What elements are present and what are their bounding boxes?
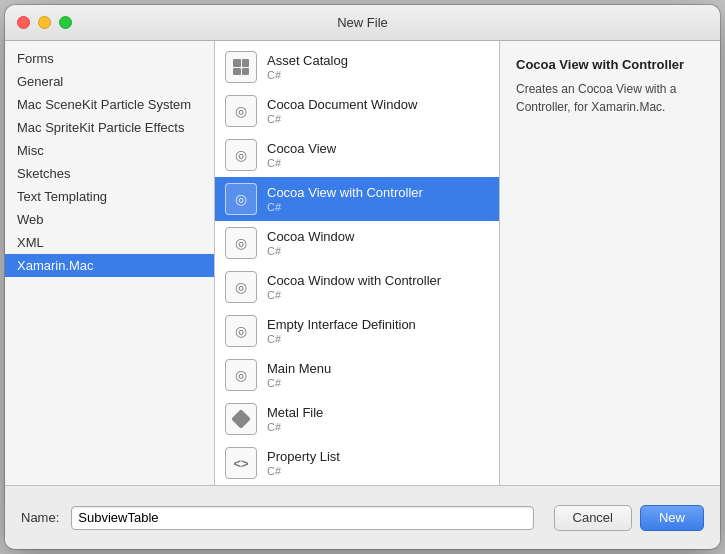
- file-item-icon-property-list: <>: [225, 447, 257, 479]
- sidebar-item-mac-scenekit[interactable]: Mac SceneKit Particle System: [5, 93, 214, 116]
- bottom-bar: Name: Cancel New: [5, 485, 720, 549]
- file-item-icon-asset-catalog: [225, 51, 257, 83]
- file-item-metal-file[interactable]: Metal FileC#: [215, 397, 499, 441]
- file-sub-cocoa-document-window: C#: [267, 113, 417, 125]
- description-text: Creates an Cocoa View with a Controller,…: [516, 80, 704, 116]
- sidebar-item-misc[interactable]: Misc: [5, 139, 214, 162]
- window-controls: [17, 16, 72, 29]
- sidebar-item-web[interactable]: Web: [5, 208, 214, 231]
- description-title: Cocoa View with Controller: [516, 57, 704, 72]
- file-item-cocoa-view-with-controller[interactable]: ◎Cocoa View with ControllerC#: [215, 177, 499, 221]
- sidebar-item-sketches[interactable]: Sketches: [5, 162, 214, 185]
- new-file-window: New File FormsGeneralMac SceneKit Partic…: [5, 5, 720, 549]
- file-name-main-menu: Main Menu: [267, 361, 331, 376]
- file-item-icon-cocoa-window: ◎: [225, 227, 257, 259]
- new-button[interactable]: New: [640, 505, 704, 531]
- sidebar-item-xml[interactable]: XML: [5, 231, 214, 254]
- file-sub-cocoa-view-with-controller: C#: [267, 201, 423, 213]
- file-name-asset-catalog: Asset Catalog: [267, 53, 348, 68]
- file-item-cocoa-document-window[interactable]: ◎Cocoa Document WindowC#: [215, 89, 499, 133]
- file-name-metal-file: Metal File: [267, 405, 323, 420]
- sidebar-item-xamarin-mac[interactable]: Xamarin.Mac: [5, 254, 214, 277]
- file-sub-cocoa-window-with-controller: C#: [267, 289, 441, 301]
- name-label: Name:: [21, 510, 59, 525]
- file-item-cocoa-window-with-controller[interactable]: ◎Cocoa Window with ControllerC#: [215, 265, 499, 309]
- name-input[interactable]: [71, 506, 533, 530]
- window-title: New File: [337, 15, 388, 30]
- sidebar-item-mac-spritekit[interactable]: Mac SpriteKit Particle Effects: [5, 116, 214, 139]
- file-sub-cocoa-view: C#: [267, 157, 336, 169]
- file-name-cocoa-window: Cocoa Window: [267, 229, 354, 244]
- file-sub-property-list: C#: [267, 465, 340, 477]
- file-sub-main-menu: C#: [267, 377, 331, 389]
- file-item-cocoa-window[interactable]: ◎Cocoa WindowC#: [215, 221, 499, 265]
- file-item-icon-empty-interface: ◎: [225, 315, 257, 347]
- file-item-icon-main-menu: ◎: [225, 359, 257, 391]
- close-button[interactable]: [17, 16, 30, 29]
- file-name-cocoa-window-with-controller: Cocoa Window with Controller: [267, 273, 441, 288]
- file-item-icon-cocoa-view: ◎: [225, 139, 257, 171]
- file-item-icon-cocoa-view-with-controller: ◎: [225, 183, 257, 215]
- sidebar-item-general[interactable]: General: [5, 70, 214, 93]
- file-item-icon-metal-file: [225, 403, 257, 435]
- cancel-button[interactable]: Cancel: [554, 505, 632, 531]
- file-sub-asset-catalog: C#: [267, 69, 348, 81]
- maximize-button[interactable]: [59, 16, 72, 29]
- file-item-asset-catalog[interactable]: Asset CatalogC#: [215, 45, 499, 89]
- button-group: Cancel New: [554, 505, 704, 531]
- content-area: FormsGeneralMac SceneKit Particle System…: [5, 41, 720, 485]
- sidebar-item-text-templating[interactable]: Text Templating: [5, 185, 214, 208]
- file-sub-cocoa-window: C#: [267, 245, 354, 257]
- file-item-empty-interface[interactable]: ◎Empty Interface DefinitionC#: [215, 309, 499, 353]
- file-list: Asset CatalogC#◎Cocoa Document WindowC#◎…: [215, 41, 500, 485]
- file-name-cocoa-view: Cocoa View: [267, 141, 336, 156]
- title-bar: New File: [5, 5, 720, 41]
- minimize-button[interactable]: [38, 16, 51, 29]
- file-name-empty-interface: Empty Interface Definition: [267, 317, 416, 332]
- file-name-cocoa-view-with-controller: Cocoa View with Controller: [267, 185, 423, 200]
- file-name-property-list: Property List: [267, 449, 340, 464]
- file-item-icon-cocoa-document-window: ◎: [225, 95, 257, 127]
- file-sub-empty-interface: C#: [267, 333, 416, 345]
- file-item-cocoa-view[interactable]: ◎Cocoa ViewC#: [215, 133, 499, 177]
- file-item-main-menu[interactable]: ◎Main MenuC#: [215, 353, 499, 397]
- file-name-cocoa-document-window: Cocoa Document Window: [267, 97, 417, 112]
- file-sub-metal-file: C#: [267, 421, 323, 433]
- sidebar: FormsGeneralMac SceneKit Particle System…: [5, 41, 215, 485]
- sidebar-item-forms[interactable]: Forms: [5, 47, 214, 70]
- file-item-property-list[interactable]: <>Property ListC#: [215, 441, 499, 485]
- file-item-icon-cocoa-window-with-controller: ◎: [225, 271, 257, 303]
- description-panel: Cocoa View with Controller Creates an Co…: [500, 41, 720, 485]
